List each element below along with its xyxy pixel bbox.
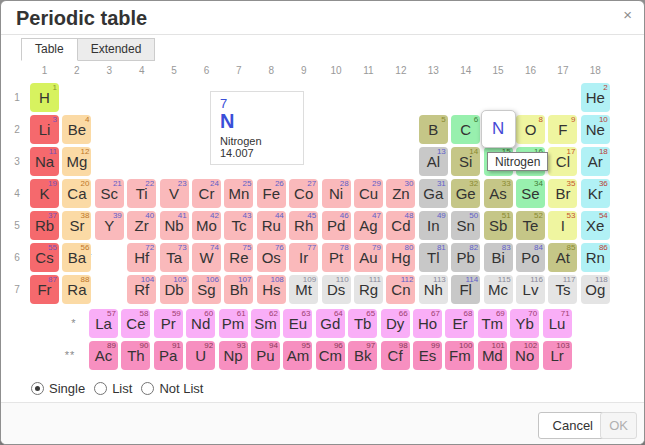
element-fe[interactable]: Fe26 (257, 179, 286, 208)
tab-extended[interactable]: Extended (78, 38, 156, 61)
element-si[interactable]: Si14 (451, 147, 480, 176)
element-se[interactable]: Se34 (516, 179, 545, 208)
element-og[interactable]: Og118 (581, 275, 610, 304)
element-kr[interactable]: Kr36 (581, 179, 610, 208)
element-no[interactable]: No102 (510, 341, 539, 370)
element-ge[interactable]: Ge32 (451, 179, 480, 208)
element-mg[interactable]: Mg12 (62, 147, 91, 176)
element-cr[interactable]: Cr24 (192, 179, 221, 208)
element-al[interactable]: Al13 (419, 147, 448, 176)
element-cf[interactable]: Cf98 (381, 341, 410, 370)
element-sn[interactable]: Sn50 (451, 211, 480, 240)
element-nh[interactable]: Nh113 (419, 275, 448, 304)
element-sr[interactable]: Sr38 (62, 211, 91, 240)
element-u[interactable]: U92 (186, 341, 215, 370)
element-ga[interactable]: Ga31 (419, 179, 448, 208)
element-md[interactable]: Md101 (478, 341, 507, 370)
cancel-button[interactable]: Cancel (538, 412, 608, 439)
element-pb[interactable]: Pb82 (451, 243, 480, 272)
element-be[interactable]: Be4 (62, 115, 91, 144)
element-h[interactable]: H1 (30, 83, 59, 112)
element-ce[interactable]: Ce58 (121, 309, 150, 338)
element-ta[interactable]: Ta73 (160, 243, 189, 272)
element-zn[interactable]: Zn30 (386, 179, 415, 208)
element-au[interactable]: Au79 (354, 243, 383, 272)
element-ba[interactable]: Ba56 (62, 243, 91, 272)
element-sc[interactable]: Sc21 (95, 179, 124, 208)
element-tl[interactable]: Tl81 (419, 243, 448, 272)
element-pu[interactable]: Pu94 (251, 341, 280, 370)
element-co[interactable]: Co27 (289, 179, 318, 208)
radio-single[interactable]: Single (31, 381, 85, 396)
element-f[interactable]: F9 (548, 115, 577, 144)
element-rn[interactable]: Rn86 (581, 243, 610, 272)
element-tm[interactable]: Tm69 (478, 309, 507, 338)
element-nd[interactable]: Nd60 (186, 309, 215, 338)
element-in[interactable]: In49 (419, 211, 448, 240)
element-cu[interactable]: Cu29 (354, 179, 383, 208)
tab-table[interactable]: Table (21, 38, 78, 61)
element-rf[interactable]: Rf104 (127, 275, 156, 304)
element-yb[interactable]: Yb70 (510, 309, 539, 338)
element-o[interactable]: O8 (516, 115, 545, 144)
element-cs[interactable]: Cs55 (30, 243, 59, 272)
element-fm[interactable]: Fm100 (445, 341, 474, 370)
element-gd[interactable]: Gd64 (316, 309, 345, 338)
element-cm[interactable]: Cm96 (316, 341, 345, 370)
element-w[interactable]: W74 (192, 243, 221, 272)
element-b[interactable]: B5 (419, 115, 448, 144)
element-mc[interactable]: Mc115 (484, 275, 513, 304)
element-cn[interactable]: Cn112 (386, 275, 415, 304)
element-bk[interactable]: Bk97 (348, 341, 377, 370)
element-ti[interactable]: Ti22 (127, 179, 156, 208)
element-as[interactable]: As33 (484, 179, 513, 208)
element-te[interactable]: Te52 (516, 211, 545, 240)
element-v[interactable]: V23 (160, 179, 189, 208)
element-pa[interactable]: Pa91 (154, 341, 183, 370)
element-th[interactable]: Th90 (121, 341, 150, 370)
element-sg[interactable]: Sg106 (192, 275, 221, 304)
element-n[interactable]: N (481, 110, 516, 148)
element-fr[interactable]: Fr87 (30, 275, 59, 304)
element-pd[interactable]: Pd46 (322, 211, 351, 240)
element-es[interactable]: Es99 (413, 341, 442, 370)
element-la[interactable]: La57 (89, 309, 118, 338)
element-ru[interactable]: Ru44 (257, 211, 286, 240)
element-os[interactable]: Os76 (257, 243, 286, 272)
element-ni[interactable]: Ni28 (322, 179, 351, 208)
element-np[interactable]: Np93 (219, 341, 248, 370)
element-cd[interactable]: Cd48 (386, 211, 415, 240)
element-sm[interactable]: Sm62 (251, 309, 280, 338)
element-fl[interactable]: Fl114 (451, 275, 480, 304)
element-xe[interactable]: Xe54 (581, 211, 610, 240)
element-ag[interactable]: Ag47 (354, 211, 383, 240)
element-pt[interactable]: Pt78 (322, 243, 351, 272)
element-hs[interactable]: Hs108 (257, 275, 286, 304)
element-tc[interactable]: Tc43 (224, 211, 253, 240)
element-nb[interactable]: Nb41 (160, 211, 189, 240)
radio-not-list[interactable]: Not List (141, 381, 203, 396)
element-li[interactable]: Li3 (30, 115, 59, 144)
element-ar[interactable]: Ar18 (581, 147, 610, 176)
element-ir[interactable]: Ir77 (289, 243, 318, 272)
element-bh[interactable]: Bh107 (224, 275, 253, 304)
element-y[interactable]: Y39 (95, 211, 124, 240)
ok-button[interactable]: OK (600, 412, 637, 439)
element-tb[interactable]: Tb65 (348, 309, 377, 338)
element-na[interactable]: Na11 (30, 147, 59, 176)
element-lv[interactable]: Lv116 (516, 275, 545, 304)
element-ca[interactable]: Ca20 (62, 179, 91, 208)
element-zr[interactable]: Zr40 (127, 211, 156, 240)
element-db[interactable]: Db105 (160, 275, 189, 304)
element-re[interactable]: Re75 (224, 243, 253, 272)
element-ra[interactable]: Ra88 (62, 275, 91, 304)
radio-list[interactable]: List (94, 381, 132, 396)
element-i[interactable]: I53 (548, 211, 577, 240)
element-ts[interactable]: Ts117 (548, 275, 577, 304)
element-at[interactable]: At85 (548, 243, 577, 272)
element-hg[interactable]: Hg80 (386, 243, 415, 272)
element-rb[interactable]: Rb37 (30, 211, 59, 240)
element-sb[interactable]: Sb51 (484, 211, 513, 240)
element-rh[interactable]: Rh45 (289, 211, 318, 240)
element-cl[interactable]: Cl17 (548, 147, 577, 176)
